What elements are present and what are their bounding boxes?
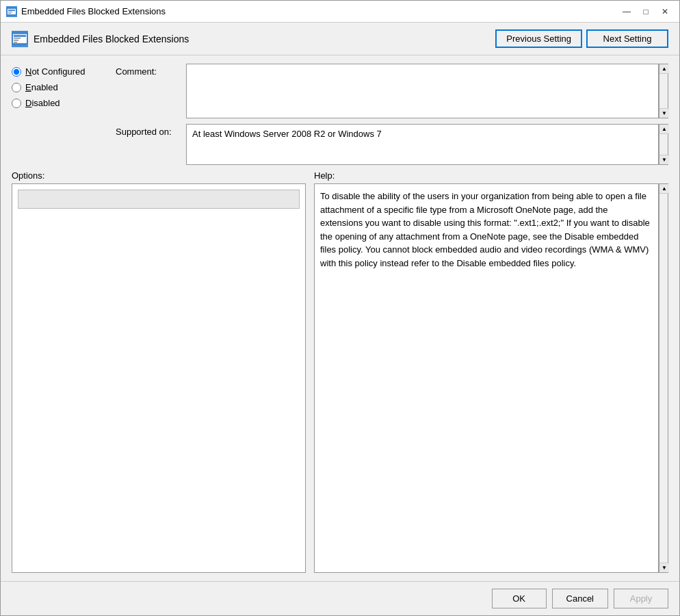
- svg-rect-2: [8, 10, 15, 11]
- disabled-radio[interactable]: Disabled: [12, 98, 107, 108]
- help-scrollbar: ▲ ▼: [659, 183, 668, 573]
- svg-rect-4: [8, 13, 11, 14]
- next-setting-button[interactable]: Next Setting: [586, 29, 668, 48]
- options-box: [12, 183, 306, 573]
- enabled-label: Enabled: [25, 82, 58, 92]
- options-panel: Options:: [12, 170, 306, 573]
- options-label: Options:: [12, 170, 306, 181]
- svg-rect-8: [14, 38, 21, 39]
- content-section: Options: Help: To disable the ability of…: [12, 170, 668, 573]
- ok-button[interactable]: OK: [492, 589, 547, 608]
- svg-rect-9: [14, 40, 18, 41]
- svg-rect-10: [14, 42, 17, 43]
- comment-textarea[interactable]: [186, 64, 659, 118]
- supported-scroll-up[interactable]: ▲: [659, 125, 669, 134]
- cancel-button[interactable]: Cancel: [552, 589, 608, 608]
- help-scroll-down[interactable]: ▼: [659, 563, 669, 572]
- dialog-header-icon: [12, 31, 28, 47]
- supported-row: Supported on: At least Windows Server 20…: [116, 124, 668, 165]
- supported-value: At least Windows Server 2008 R2 or Windo…: [186, 124, 659, 165]
- top-section: Not Configured Enabled Disabled Comment:: [12, 64, 668, 165]
- help-scroll-track: [659, 194, 668, 563]
- dialog-header-left: Embedded Files Blocked Extensions: [12, 31, 189, 47]
- dialog-body: Not Configured Enabled Disabled Comment:: [1, 55, 679, 581]
- minimize-button[interactable]: —: [618, 5, 636, 18]
- maximize-button[interactable]: □: [637, 5, 655, 18]
- help-panel: Help: To disable the ability of the user…: [314, 170, 668, 573]
- enabled-radio[interactable]: Enabled: [12, 82, 107, 92]
- supported-scroll-down[interactable]: ▼: [659, 155, 669, 164]
- svg-rect-3: [8, 12, 12, 12]
- title-bar-left: Embedded Files Blocked Extensions: [6, 6, 166, 17]
- window-icon: [6, 6, 17, 17]
- window-title: Embedded Files Blocked Extensions: [21, 6, 166, 16]
- supported-scrollbar: ▲ ▼: [659, 124, 668, 165]
- comment-label: Comment:: [116, 64, 181, 77]
- dialog-title: Embedded Files Blocked Extensions: [34, 34, 189, 44]
- main-window: Embedded Files Blocked Extensions — □ ✕ …: [0, 0, 680, 616]
- apply-button[interactable]: Apply: [614, 589, 668, 608]
- not-configured-label: Not Configured: [25, 66, 85, 77]
- disabled-label: Disabled: [25, 98, 60, 108]
- help-scroll-up[interactable]: ▲: [659, 184, 669, 194]
- svg-rect-7: [14, 35, 26, 37]
- comment-scroll-down[interactable]: ▼: [659, 108, 669, 118]
- not-configured-radio[interactable]: Not Configured: [12, 66, 107, 77]
- title-bar-controls: — □ ✕: [618, 5, 674, 18]
- dialog-header: Embedded Files Blocked Extensions Previo…: [1, 23, 679, 55]
- comment-row: Comment: ▲ ▼: [116, 64, 668, 118]
- help-label: Help:: [314, 170, 668, 181]
- radio-group: Not Configured Enabled Disabled: [12, 64, 107, 165]
- previous-setting-button[interactable]: Previous Setting: [495, 29, 582, 48]
- nav-buttons: Previous Setting Next Setting: [495, 29, 668, 48]
- comment-scrollbar: ▲ ▼: [659, 64, 668, 118]
- comment-scroll-up[interactable]: ▲: [659, 64, 669, 74]
- title-bar: Embedded Files Blocked Extensions — □ ✕: [1, 1, 679, 23]
- close-button[interactable]: ✕: [656, 5, 674, 18]
- form-fields: Comment: ▲ ▼ Supported on: At least: [116, 64, 668, 165]
- supported-label: Supported on:: [116, 124, 181, 137]
- help-text: To disable the ability of the users in y…: [314, 183, 659, 573]
- dialog-footer: OK Cancel Apply: [1, 581, 679, 615]
- options-input[interactable]: [18, 190, 300, 209]
